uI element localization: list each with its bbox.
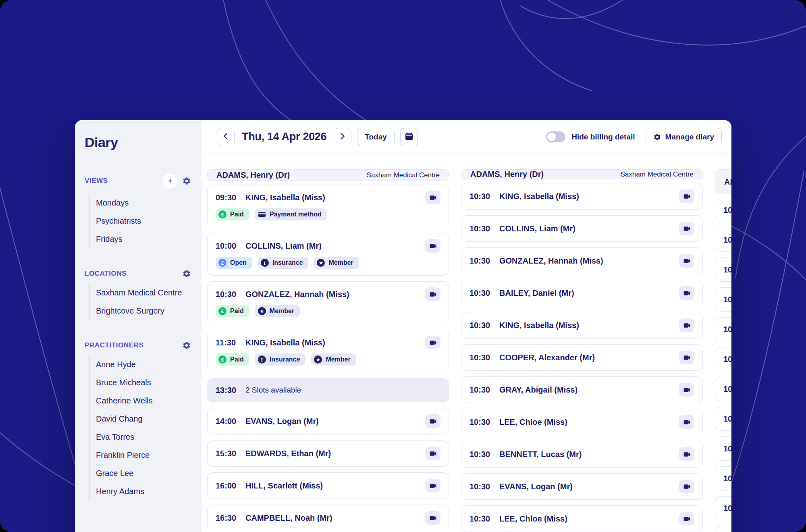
today-button[interactable]: Today [357, 128, 395, 146]
appointment-row[interactable]: 10:30 [715, 436, 731, 461]
badge-label: Paid [230, 356, 244, 363]
video-call-icon[interactable] [679, 383, 694, 397]
sidebar-item-grace-lee[interactable]: Grace Lee [96, 464, 191, 482]
appointment-row[interactable]: 10:30COLLINS, Liam (Mr) [461, 215, 703, 242]
next-day-button[interactable] [334, 128, 351, 146]
sidebar-item-bruce-micheals[interactable]: Bruce Micheals [96, 374, 191, 392]
appointment-row[interactable]: 10:30GRAY, Abigail (Miss) [461, 376, 703, 403]
patient-name: EVANS, Logan (Mr) [499, 482, 573, 491]
patient-name: GRAY, Abigail (Miss) [499, 385, 577, 395]
appointment-row[interactable]: 10:30BENNETT, Lucas (Mr) [461, 441, 703, 468]
appointment-row[interactable]: 10:30 [715, 287, 731, 312]
patient-name: GONZALEZ, Hannah (Miss) [245, 290, 349, 299]
video-call-icon[interactable] [425, 191, 440, 204]
appointment-row[interactable]: 14:00EVANS, Logan (Mr) [207, 408, 449, 434]
video-call-icon[interactable] [679, 351, 694, 364]
sidebar-item-fridays[interactable]: Fridays [96, 230, 191, 248]
appointment-row[interactable]: 10:30KING, Isabella (Miss) [461, 312, 703, 339]
sidebar-item-henry-adams[interactable]: Henry Adams [96, 482, 191, 501]
appointment-row[interactable]: 09:30KING, Isabella (Miss)£PaidPayment m… [207, 185, 449, 227]
appointment-row[interactable]: 10:30 [715, 377, 731, 401]
gear-icon[interactable] [182, 269, 191, 278]
video-call-icon[interactable] [679, 447, 694, 461]
appointment-time: 10:30 [469, 385, 499, 395]
sidebar-item-mondays[interactable]: Mondays [96, 194, 191, 212]
sidebar-item-brightcove-surgery[interactable]: Brightcove Surgery [96, 302, 191, 320]
appointment-row[interactable]: 10:30LEE, Chloe (Miss) [461, 505, 703, 532]
appointment-time: 10:30 [723, 504, 731, 513]
appointment-row[interactable]: 10:30 [715, 317, 731, 341]
manage-diary-label: Manage diary [665, 133, 714, 141]
calendar-picker-button[interactable] [400, 128, 418, 146]
appointment-row[interactable]: 11:30KING, Isabella (Miss)£PaidIInsuranc… [207, 330, 449, 372]
appointment-time: 15:30 [216, 449, 245, 458]
appointment-row[interactable]: 10:30 [715, 228, 731, 252]
appointment-row[interactable]: 10:30EVANS, Logan (Mr) [461, 473, 703, 500]
video-call-icon[interactable] [679, 512, 694, 526]
video-call-icon[interactable] [679, 222, 694, 235]
appointment-time: 10:30 [469, 353, 499, 362]
video-call-icon[interactable] [425, 511, 440, 525]
badge-member: ★Member [311, 353, 356, 366]
appointment-time: 10:30 [723, 355, 731, 364]
previous-day-button[interactable] [217, 128, 235, 146]
sidebar-item-david-chang[interactable]: David Chang [96, 410, 191, 428]
badge-label: Open [230, 259, 247, 266]
badge-open: £Open [216, 257, 252, 269]
appointment-row[interactable]: 10:30LEE, Chloe (Miss) [461, 409, 703, 435]
add-views-button[interactable]: + [163, 174, 177, 188]
appointment-row[interactable]: 10:30 [715, 258, 731, 282]
appointment-row[interactable]: 10:30GONZALEZ, Hannah (Miss) [461, 247, 703, 274]
appointment-row[interactable]: 10:30KING, Isabella (Miss) [461, 183, 703, 210]
video-call-icon[interactable] [679, 415, 694, 429]
video-call-icon[interactable] [425, 336, 440, 349]
video-call-icon[interactable] [425, 287, 440, 301]
badge-label: Payment method [270, 211, 322, 218]
manage-diary-button[interactable]: Manage diary [646, 128, 722, 146]
appointment-row-line: 11:30KING, Isabella (Miss) [216, 336, 440, 349]
appointment-row[interactable]: 10:30COOPER, Alexander (Mr) [461, 344, 703, 371]
gear-icon[interactable] [182, 341, 191, 350]
appointment-row[interactable]: 10:30 [715, 347, 731, 371]
sidebar-item-saxham-medical-centre[interactable]: Saxham Medical Centre [96, 284, 191, 302]
gear-icon[interactable] [182, 177, 191, 185]
appointment-row-line: 10:30KING, Isabella (Miss) [469, 189, 694, 203]
toggle-knob [547, 133, 556, 141]
appointment-row-line: 16:30CAMPBELL, Noah (Mr) [216, 511, 440, 525]
slot-row[interactable]: 13:302 Slots available [207, 378, 449, 402]
appointment-row[interactable]: 10:30 [715, 198, 731, 222]
sidebar-item-catherine-wells[interactable]: Catherine Wells [96, 392, 191, 410]
appointment-time: 10:30 [723, 384, 731, 394]
appointment-row[interactable]: 10:30GONZALEZ, Hannah (Miss)£Paid★Member [207, 281, 449, 324]
video-call-icon[interactable] [679, 254, 694, 268]
appointment-row-line: 15:30EDWARDS, Ethan (Mr) [216, 447, 440, 460]
video-call-icon[interactable] [425, 479, 440, 493]
appointment-row[interactable]: 16:00HILL, Scarlett (Miss) [207, 472, 449, 499]
badge-label: Paid [230, 308, 244, 315]
sidebar-item-anne-hyde[interactable]: Anne Hyde [96, 355, 191, 374]
appointment-row[interactable]: 10:30 [715, 526, 731, 532]
diary-column-1: ADAMS, Henry (Dr)Saxham Medical Centre09… [207, 169, 449, 532]
sidebar-section-header-locations: LOCATIONS [85, 269, 191, 278]
sidebar-item-psychiatrists[interactable]: Psychiatrists [96, 212, 191, 230]
appointment-row[interactable]: 10:30BAILEY, Daniel (Mr) [461, 280, 703, 306]
appointment-row[interactable]: 10:30 [715, 496, 731, 520]
appointment-row[interactable]: 10:00COLLINS, Liam (Mr)£OpenIInsurance★M… [207, 233, 449, 276]
video-call-icon[interactable] [425, 239, 440, 253]
video-call-icon[interactable] [425, 447, 440, 460]
video-call-icon[interactable] [679, 189, 694, 203]
appointment-time: 10:30 [723, 325, 731, 334]
video-call-icon[interactable] [679, 318, 694, 332]
appointment-row[interactable]: 10:30 [715, 466, 731, 490]
video-call-icon[interactable] [679, 480, 694, 493]
location-name: Saxham Medical Centre [621, 170, 694, 179]
video-call-icon[interactable] [425, 414, 440, 428]
sidebar-item-franklin-pierce[interactable]: Franklin Pierce [96, 446, 191, 464]
video-call-icon[interactable] [679, 286, 694, 300]
appointment-row[interactable]: 10:30 [715, 407, 731, 431]
hide-billing-toggle[interactable] [546, 131, 565, 142]
appointment-row[interactable]: 16:30CAMPBELL, Noah (Mr) [207, 505, 449, 531]
appointment-row[interactable]: 15:30EDWARDS, Ethan (Mr) [207, 440, 449, 467]
sidebar-item-eva-torres[interactable]: Eva Torres [96, 428, 191, 446]
patient-name: HILL, Scarlett (Miss) [245, 481, 323, 490]
